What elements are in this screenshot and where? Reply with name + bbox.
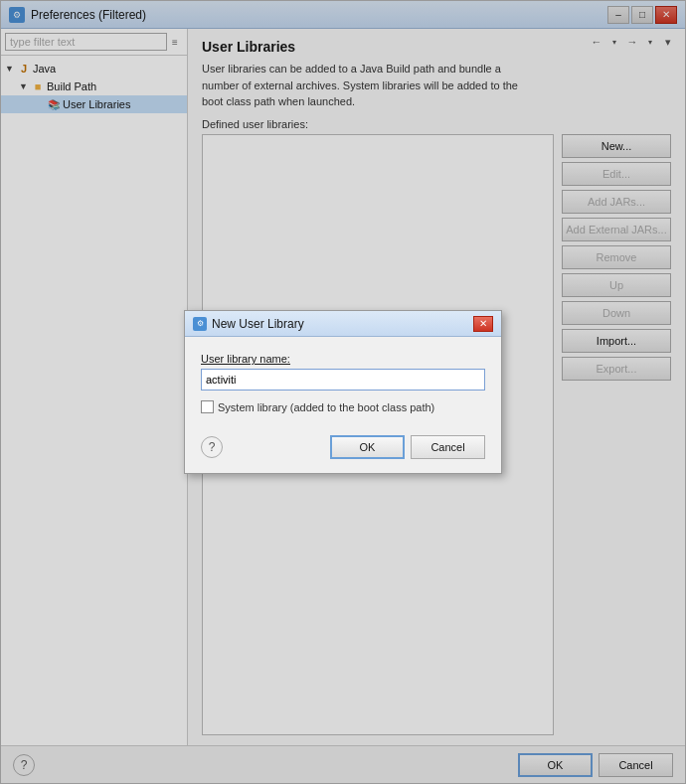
field-label-text: User library name: bbox=[201, 353, 290, 365]
modal-title-bar: ⚙ New User Library ✕ bbox=[185, 311, 501, 337]
system-library-checkbox[interactable] bbox=[201, 400, 214, 413]
new-user-library-dialog: ⚙ New User Library ✕ User library name: … bbox=[184, 310, 502, 474]
library-name-label: User library name: bbox=[201, 353, 485, 365]
modal-ok-button[interactable]: OK bbox=[330, 435, 405, 459]
main-window: ⚙ Preferences (Filtered) – □ ✕ ← ▾ → ▾ ▾… bbox=[0, 0, 686, 784]
modal-title: New User Library bbox=[212, 317, 304, 331]
modal-body: User library name: System library (added… bbox=[185, 337, 501, 425]
modal-cancel-button[interactable]: Cancel bbox=[411, 435, 485, 459]
modal-help-button[interactable]: ? bbox=[201, 436, 223, 458]
modal-footer: ? OK Cancel bbox=[185, 425, 501, 473]
modal-close-button[interactable]: ✕ bbox=[473, 316, 493, 332]
modal-title-left: ⚙ New User Library bbox=[193, 317, 304, 331]
system-library-label: System library (added to the boot class … bbox=[218, 401, 434, 413]
modal-icon: ⚙ bbox=[193, 317, 207, 331]
library-name-input[interactable] bbox=[201, 369, 485, 391]
modal-overlay: ⚙ New User Library ✕ User library name: … bbox=[1, 1, 685, 783]
system-library-row: System library (added to the boot class … bbox=[201, 400, 485, 413]
modal-action-buttons: OK Cancel bbox=[330, 435, 485, 459]
